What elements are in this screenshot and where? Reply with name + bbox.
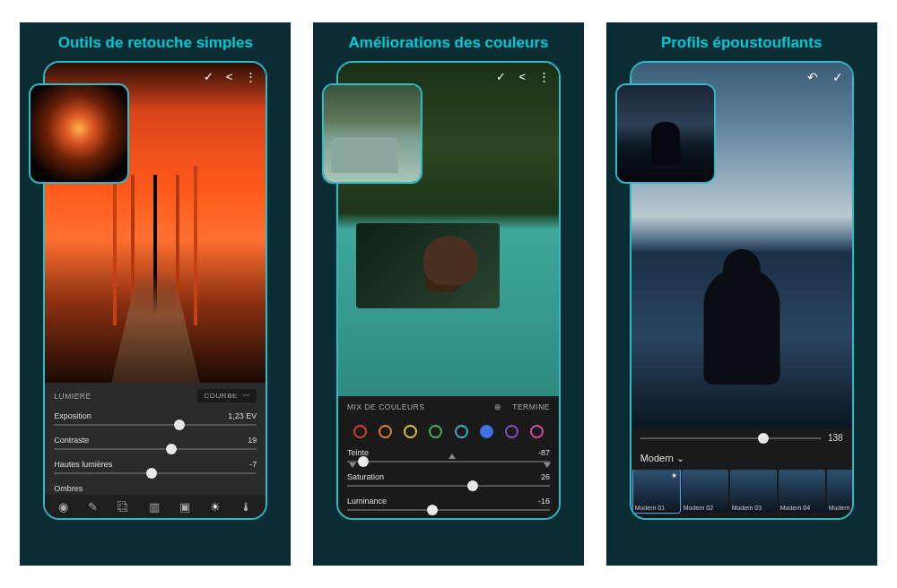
check-icon[interactable]: ✓ (204, 70, 213, 83)
slider-label: Luminance (347, 497, 387, 506)
slider-label: Ombres (54, 484, 83, 493)
panel-title: Améliorations des couleurs (349, 22, 549, 61)
slider-value: 1,23 EV (228, 411, 257, 420)
panel-retouch: Outils de retouche simples ✓ < ⋮ LUMIERE… (20, 22, 291, 566)
color-cyan[interactable] (455, 425, 468, 438)
slider-label: Hautes lumières (54, 460, 112, 469)
slider-value: -87 (538, 448, 550, 457)
profile-tile[interactable]: Modern 04 (779, 470, 825, 513)
bottom-toolbar: ◉ ✎ ⿻ ▥ ▣ ☀ 🌡 (45, 495, 266, 518)
slider-value: -7 (249, 460, 257, 469)
effects-icon[interactable]: ▣ (179, 500, 190, 514)
controls-panel: MIX DE COULEURS ⊕ TERMINE Teinte-87 (338, 396, 559, 518)
confirm-icon[interactable]: ✓ (832, 70, 843, 84)
luminance-slider[interactable] (347, 509, 550, 511)
color-green[interactable] (429, 425, 442, 438)
slider-label: Exposition (54, 411, 91, 420)
color-magenta[interactable] (530, 425, 544, 438)
chevron-down-icon: ⌄ (676, 453, 684, 463)
more-icon[interactable]: ⋮ (538, 70, 550, 83)
saturation-slider[interactable] (347, 485, 550, 487)
undo-icon[interactable]: ↶ (807, 70, 818, 84)
amount-slider[interactable] (640, 437, 821, 439)
color-mix-dots (338, 418, 559, 445)
color-icon[interactable]: 🌡 (240, 500, 252, 514)
panel-title: Outils de retouche simples (58, 22, 253, 61)
slider-value: 19 (248, 436, 257, 445)
slider-label: Saturation (347, 472, 384, 481)
section-label: LUMIERE (54, 392, 91, 401)
panel-profiles: Profils époustouflants ↶ ✓ 138 Modern ⌄ … (606, 22, 877, 566)
exposure-slider[interactable] (54, 424, 257, 426)
share-icon[interactable]: < (226, 70, 233, 83)
profile-tile[interactable]: ★Modern 01 (633, 470, 680, 513)
slider-value: 26 (541, 472, 550, 481)
check-icon[interactable]: ✓ (496, 70, 506, 83)
amount-value: 138 (828, 433, 843, 443)
controls-panel: LUMIERE COURBE 〰 Exposition1,23 EV Contr… (45, 383, 266, 518)
more-icon[interactable]: ⋮ (245, 70, 257, 83)
before-thumbnail[interactable] (615, 83, 716, 184)
profile-group-dropdown[interactable]: Modern ⌄ (631, 445, 852, 470)
panel-color: Améliorations des couleurs ✓ < ⋮ MIX DE … (313, 22, 584, 566)
before-thumbnail[interactable] (322, 83, 422, 184)
color-purple[interactable] (505, 425, 518, 438)
color-orange[interactable] (379, 425, 392, 438)
slider-value: -16 (538, 497, 550, 506)
highlights-slider[interactable] (54, 472, 257, 474)
star-icon: ★ (671, 471, 677, 480)
slider-label: Contraste (54, 436, 89, 445)
panel-title: Profils époustouflants (661, 22, 822, 61)
profile-strip[interactable]: ★Modern 01 Modern 02 Modern 03 Modern 04… (631, 470, 852, 518)
profile-tile[interactable]: Modern 03 (730, 470, 777, 513)
color-yellow[interactable] (404, 425, 417, 438)
curve-icon: 〰 (242, 392, 250, 400)
contrast-slider[interactable] (54, 448, 257, 450)
color-blue[interactable] (480, 425, 493, 438)
share-icon[interactable]: < (518, 70, 526, 83)
light-icon[interactable]: ☀ (210, 500, 221, 514)
color-red[interactable] (353, 425, 367, 438)
controls-panel: 138 Modern ⌄ ★Modern 01 Modern 02 Modern… (631, 428, 852, 518)
adjust-icon[interactable]: ▥ (149, 500, 160, 514)
presets-icon[interactable]: ◉ (58, 500, 68, 514)
before-thumbnail[interactable] (29, 83, 129, 184)
section-label: MIX DE COULEURS (347, 402, 424, 411)
heal-icon[interactable]: ✎ (88, 500, 98, 514)
profile-tile[interactable]: Modern 05 (827, 470, 852, 513)
crop-icon[interactable]: ⿻ (118, 500, 129, 514)
profile-tile[interactable]: Modern 02 (682, 470, 728, 513)
curve-button[interactable]: COURBE 〰 (197, 389, 257, 402)
target-icon[interactable]: ⊕ (494, 402, 502, 411)
hue-slider[interactable] (347, 461, 550, 463)
done-button[interactable]: TERMINE (512, 402, 550, 411)
